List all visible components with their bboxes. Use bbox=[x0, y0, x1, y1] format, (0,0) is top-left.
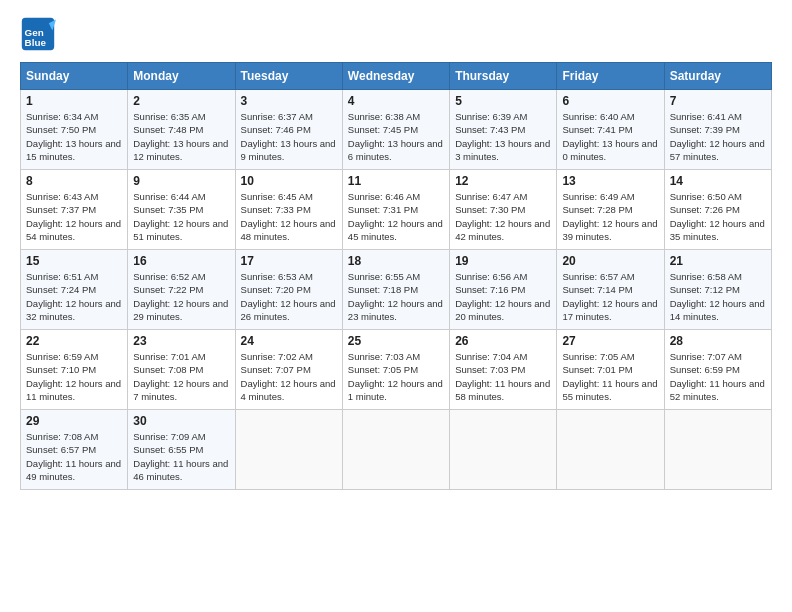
day-number: 27 bbox=[562, 334, 658, 348]
calendar-cell: 19 Sunrise: 6:56 AM Sunset: 7:16 PM Dayl… bbox=[450, 250, 557, 330]
day-number: 21 bbox=[670, 254, 766, 268]
day-number: 20 bbox=[562, 254, 658, 268]
calendar-cell: 30 Sunrise: 7:09 AM Sunset: 6:55 PM Dayl… bbox=[128, 410, 235, 490]
sunset-label: Sunset: 7:35 PM bbox=[133, 204, 203, 215]
sunset-label: Sunset: 7:20 PM bbox=[241, 284, 311, 295]
sunrise-label: Sunrise: 6:40 AM bbox=[562, 111, 634, 122]
calendar-cell: 7 Sunrise: 6:41 AM Sunset: 7:39 PM Dayli… bbox=[664, 90, 771, 170]
sunrise-label: Sunrise: 6:38 AM bbox=[348, 111, 420, 122]
sunset-label: Sunset: 7:50 PM bbox=[26, 124, 96, 135]
day-number: 25 bbox=[348, 334, 444, 348]
sunset-label: Sunset: 7:26 PM bbox=[670, 204, 740, 215]
calendar-cell: 5 Sunrise: 6:39 AM Sunset: 7:43 PM Dayli… bbox=[450, 90, 557, 170]
cell-content: Sunrise: 6:44 AM Sunset: 7:35 PM Dayligh… bbox=[133, 190, 229, 243]
calendar-cell: 23 Sunrise: 7:01 AM Sunset: 7:08 PM Dayl… bbox=[128, 330, 235, 410]
day-header-tuesday: Tuesday bbox=[235, 63, 342, 90]
day-header-wednesday: Wednesday bbox=[342, 63, 449, 90]
cell-content: Sunrise: 7:09 AM Sunset: 6:55 PM Dayligh… bbox=[133, 430, 229, 483]
day-number: 5 bbox=[455, 94, 551, 108]
sunrise-label: Sunrise: 6:41 AM bbox=[670, 111, 742, 122]
daylight-label: Daylight: 11 hours and 55 minutes. bbox=[562, 378, 657, 402]
day-number: 26 bbox=[455, 334, 551, 348]
day-number: 10 bbox=[241, 174, 337, 188]
sunset-label: Sunset: 7:30 PM bbox=[455, 204, 525, 215]
cell-content: Sunrise: 6:56 AM Sunset: 7:16 PM Dayligh… bbox=[455, 270, 551, 323]
calendar-cell: 9 Sunrise: 6:44 AM Sunset: 7:35 PM Dayli… bbox=[128, 170, 235, 250]
cell-content: Sunrise: 6:55 AM Sunset: 7:18 PM Dayligh… bbox=[348, 270, 444, 323]
sunrise-label: Sunrise: 6:56 AM bbox=[455, 271, 527, 282]
day-number: 9 bbox=[133, 174, 229, 188]
sunrise-label: Sunrise: 7:08 AM bbox=[26, 431, 98, 442]
calendar-cell: 13 Sunrise: 6:49 AM Sunset: 7:28 PM Dayl… bbox=[557, 170, 664, 250]
daylight-label: Daylight: 12 hours and 32 minutes. bbox=[26, 298, 121, 322]
daylight-label: Daylight: 11 hours and 52 minutes. bbox=[670, 378, 765, 402]
calendar-cell: 3 Sunrise: 6:37 AM Sunset: 7:46 PM Dayli… bbox=[235, 90, 342, 170]
calendar-cell bbox=[664, 410, 771, 490]
daylight-label: Daylight: 12 hours and 42 minutes. bbox=[455, 218, 550, 242]
day-number: 24 bbox=[241, 334, 337, 348]
calendar-cell: 26 Sunrise: 7:04 AM Sunset: 7:03 PM Dayl… bbox=[450, 330, 557, 410]
sunrise-label: Sunrise: 7:07 AM bbox=[670, 351, 742, 362]
sunset-label: Sunset: 7:41 PM bbox=[562, 124, 632, 135]
sunset-label: Sunset: 7:18 PM bbox=[348, 284, 418, 295]
sunset-label: Sunset: 7:12 PM bbox=[670, 284, 740, 295]
sunrise-label: Sunrise: 6:57 AM bbox=[562, 271, 634, 282]
daylight-label: Daylight: 12 hours and 26 minutes. bbox=[241, 298, 336, 322]
sunrise-label: Sunrise: 7:05 AM bbox=[562, 351, 634, 362]
sunset-label: Sunset: 7:01 PM bbox=[562, 364, 632, 375]
calendar-cell: 1 Sunrise: 6:34 AM Sunset: 7:50 PM Dayli… bbox=[21, 90, 128, 170]
day-number: 2 bbox=[133, 94, 229, 108]
cell-content: Sunrise: 6:52 AM Sunset: 7:22 PM Dayligh… bbox=[133, 270, 229, 323]
daylight-label: Daylight: 12 hours and 57 minutes. bbox=[670, 138, 765, 162]
cell-content: Sunrise: 6:37 AM Sunset: 7:46 PM Dayligh… bbox=[241, 110, 337, 163]
calendar-cell: 16 Sunrise: 6:52 AM Sunset: 7:22 PM Dayl… bbox=[128, 250, 235, 330]
sunrise-label: Sunrise: 6:35 AM bbox=[133, 111, 205, 122]
day-number: 7 bbox=[670, 94, 766, 108]
sunrise-label: Sunrise: 6:49 AM bbox=[562, 191, 634, 202]
sunset-label: Sunset: 7:22 PM bbox=[133, 284, 203, 295]
day-header-thursday: Thursday bbox=[450, 63, 557, 90]
sunrise-label: Sunrise: 7:02 AM bbox=[241, 351, 313, 362]
sunset-label: Sunset: 7:24 PM bbox=[26, 284, 96, 295]
svg-text:Blue: Blue bbox=[25, 37, 47, 48]
day-number: 12 bbox=[455, 174, 551, 188]
day-number: 29 bbox=[26, 414, 122, 428]
daylight-label: Daylight: 13 hours and 6 minutes. bbox=[348, 138, 443, 162]
daylight-label: Daylight: 11 hours and 46 minutes. bbox=[133, 458, 228, 482]
cell-content: Sunrise: 6:58 AM Sunset: 7:12 PM Dayligh… bbox=[670, 270, 766, 323]
sunset-label: Sunset: 7:39 PM bbox=[670, 124, 740, 135]
cell-content: Sunrise: 6:38 AM Sunset: 7:45 PM Dayligh… bbox=[348, 110, 444, 163]
sunset-label: Sunset: 7:28 PM bbox=[562, 204, 632, 215]
sunrise-label: Sunrise: 6:39 AM bbox=[455, 111, 527, 122]
calendar-cell: 18 Sunrise: 6:55 AM Sunset: 7:18 PM Dayl… bbox=[342, 250, 449, 330]
cell-content: Sunrise: 6:51 AM Sunset: 7:24 PM Dayligh… bbox=[26, 270, 122, 323]
sunset-label: Sunset: 7:03 PM bbox=[455, 364, 525, 375]
sunrise-label: Sunrise: 6:37 AM bbox=[241, 111, 313, 122]
cell-content: Sunrise: 6:50 AM Sunset: 7:26 PM Dayligh… bbox=[670, 190, 766, 243]
cell-content: Sunrise: 7:01 AM Sunset: 7:08 PM Dayligh… bbox=[133, 350, 229, 403]
daylight-label: Daylight: 13 hours and 15 minutes. bbox=[26, 138, 121, 162]
daylight-label: Daylight: 12 hours and 48 minutes. bbox=[241, 218, 336, 242]
day-number: 22 bbox=[26, 334, 122, 348]
day-header-sunday: Sunday bbox=[21, 63, 128, 90]
calendar-cell: 10 Sunrise: 6:45 AM Sunset: 7:33 PM Dayl… bbox=[235, 170, 342, 250]
calendar-table: SundayMondayTuesdayWednesdayThursdayFrid… bbox=[20, 62, 772, 490]
daylight-label: Daylight: 12 hours and 1 minute. bbox=[348, 378, 443, 402]
daylight-label: Daylight: 12 hours and 23 minutes. bbox=[348, 298, 443, 322]
calendar-cell bbox=[450, 410, 557, 490]
daylight-label: Daylight: 12 hours and 54 minutes. bbox=[26, 218, 121, 242]
calendar-cell: 12 Sunrise: 6:47 AM Sunset: 7:30 PM Dayl… bbox=[450, 170, 557, 250]
daylight-label: Daylight: 13 hours and 0 minutes. bbox=[562, 138, 657, 162]
sunrise-label: Sunrise: 7:04 AM bbox=[455, 351, 527, 362]
cell-content: Sunrise: 6:45 AM Sunset: 7:33 PM Dayligh… bbox=[241, 190, 337, 243]
day-number: 16 bbox=[133, 254, 229, 268]
sunset-label: Sunset: 7:10 PM bbox=[26, 364, 96, 375]
day-number: 17 bbox=[241, 254, 337, 268]
daylight-label: Daylight: 12 hours and 35 minutes. bbox=[670, 218, 765, 242]
cell-content: Sunrise: 6:35 AM Sunset: 7:48 PM Dayligh… bbox=[133, 110, 229, 163]
daylight-label: Daylight: 11 hours and 49 minutes. bbox=[26, 458, 121, 482]
calendar-cell: 20 Sunrise: 6:57 AM Sunset: 7:14 PM Dayl… bbox=[557, 250, 664, 330]
daylight-label: Daylight: 12 hours and 39 minutes. bbox=[562, 218, 657, 242]
sunrise-label: Sunrise: 6:50 AM bbox=[670, 191, 742, 202]
sunrise-label: Sunrise: 6:46 AM bbox=[348, 191, 420, 202]
